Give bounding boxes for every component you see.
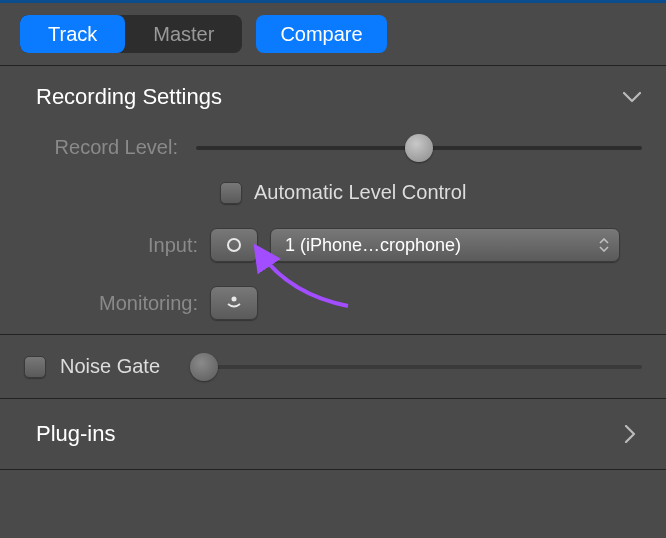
tab-track[interactable]: Track: [20, 15, 125, 53]
monitoring-icon: [224, 295, 244, 311]
chevron-down-icon: [622, 87, 642, 107]
recording-settings-header[interactable]: Recording Settings: [0, 66, 666, 128]
noise-gate-checkbox[interactable]: [24, 356, 46, 378]
mono-circle-icon: [227, 238, 241, 252]
record-level-label: Record Level:: [24, 136, 184, 159]
chevron-right-icon: [620, 424, 640, 444]
noise-gate-label: Noise Gate: [60, 355, 160, 378]
compare-button[interactable]: Compare: [256, 15, 386, 53]
updown-arrows-icon: [599, 238, 609, 252]
noise-gate-row: Noise Gate: [0, 335, 666, 398]
record-level-slider[interactable]: [196, 146, 642, 150]
auto-level-checkbox[interactable]: [220, 182, 242, 204]
input-source-dropdown[interactable]: 1 (iPhone…crophone): [270, 228, 620, 262]
tab-master[interactable]: Master: [125, 15, 242, 53]
monitoring-label: Monitoring:: [24, 292, 198, 315]
auto-level-row: Automatic Level Control: [0, 167, 666, 218]
plugins-label: Plug-ins: [36, 421, 115, 447]
noise-gate-thumb[interactable]: [190, 353, 218, 381]
input-label: Input:: [24, 234, 198, 257]
input-source-value: 1 (iPhone…crophone): [285, 235, 461, 256]
record-level-thumb[interactable]: [405, 134, 433, 162]
plugins-header[interactable]: Plug-ins: [0, 399, 666, 469]
recording-settings-panel: Recording Settings Record Level: Automat…: [0, 66, 666, 334]
tab-bar: Track Master Compare: [0, 3, 666, 65]
tab-group: Track Master: [20, 15, 242, 53]
svg-point-1: [232, 297, 237, 302]
input-channel-button[interactable]: [210, 228, 258, 262]
divider: [0, 469, 666, 470]
noise-gate-slider[interactable]: [204, 365, 642, 369]
recording-settings-title: Recording Settings: [36, 84, 222, 110]
auto-level-label: Automatic Level Control: [254, 181, 466, 204]
monitoring-button[interactable]: [210, 286, 258, 320]
record-level-row: Record Level:: [0, 128, 666, 167]
monitoring-row: Monitoring:: [0, 272, 666, 334]
input-row: Input: 1 (iPhone…crophone): [0, 218, 666, 272]
